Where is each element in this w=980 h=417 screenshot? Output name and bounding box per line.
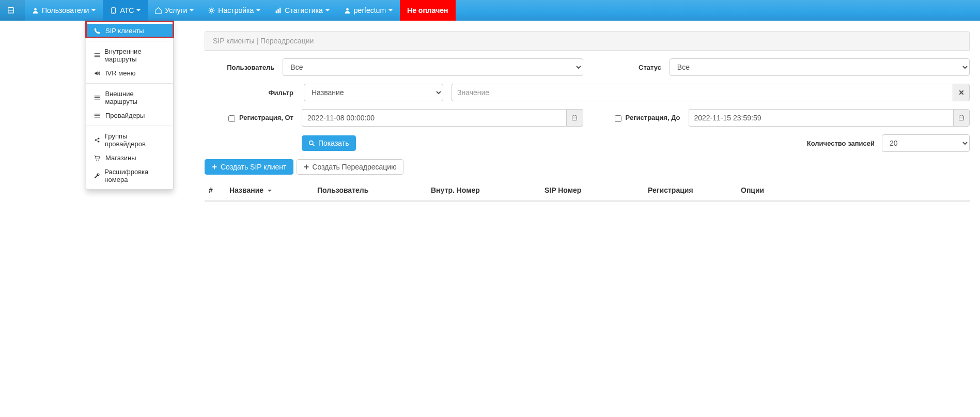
col-registration[interactable]: Регистрация bbox=[644, 182, 737, 201]
phone-icon bbox=[94, 28, 101, 34]
reg-from-input[interactable] bbox=[302, 109, 566, 127]
status-label: Статус bbox=[592, 64, 663, 71]
filter-value-input[interactable] bbox=[452, 84, 953, 101]
nav-services-label: Услуги bbox=[165, 6, 187, 14]
reg-from-checkbox[interactable] bbox=[228, 115, 235, 122]
nav-home-icon[interactable] bbox=[0, 0, 25, 21]
reg-to-label: Регистрация, До bbox=[592, 114, 682, 121]
main-panel: SIP клиенты | Переадресации Пользователь… bbox=[205, 31, 970, 209]
status-select[interactable]: Все bbox=[670, 58, 970, 76]
reg-to-calendar-button[interactable] bbox=[953, 109, 970, 127]
nav-users[interactable]: Пользователи bbox=[25, 0, 103, 21]
caret-down-icon bbox=[136, 9, 141, 11]
records-label: Количество записей bbox=[807, 140, 875, 147]
svg-rect-13 bbox=[95, 96, 100, 96]
records-select[interactable]: 20 bbox=[882, 134, 970, 152]
dd-sip-clients-label: SIP клиенты bbox=[105, 27, 144, 35]
nav-unpaid[interactable]: Не оплачен bbox=[400, 0, 456, 21]
nav-services[interactable]: Услуги bbox=[148, 0, 201, 21]
dropdown-separator bbox=[86, 83, 173, 84]
dd-providers[interactable]: Провайдеры bbox=[86, 109, 173, 122]
nav-unpaid-label: Не оплачен bbox=[407, 6, 448, 14]
breadcrumb-redirections[interactable]: Переадресации bbox=[260, 37, 314, 45]
svg-rect-12 bbox=[95, 56, 100, 57]
svg-point-21 bbox=[98, 141, 100, 143]
clear-filter-button[interactable] bbox=[953, 84, 970, 101]
svg-point-24 bbox=[96, 159, 97, 160]
dd-sip-clients[interactable]: SIP клиенты bbox=[86, 24, 173, 38]
sort-caret-icon bbox=[268, 190, 272, 192]
dd-number-decode[interactable]: Расшифровка номера bbox=[86, 165, 173, 187]
dropdown-separator bbox=[86, 41, 173, 41]
reg-to-input[interactable] bbox=[689, 109, 953, 127]
dd-provider-groups[interactable]: Группы провайдеров bbox=[86, 129, 173, 151]
table-header-row: # Название Пользователь Внутр. Номер SIP… bbox=[205, 182, 970, 201]
show-button[interactable]: Показать bbox=[302, 135, 356, 151]
reg-to-checkbox[interactable] bbox=[615, 115, 621, 122]
reg-from-label: Регистрация, От bbox=[205, 114, 295, 121]
svg-point-36 bbox=[309, 141, 313, 144]
nav-settings[interactable]: Настройка bbox=[201, 0, 268, 21]
user-select[interactable]: Все bbox=[283, 58, 583, 76]
wrench-icon bbox=[94, 173, 100, 179]
sip-clients-table: # Название Пользователь Внутр. Номер SIP… bbox=[205, 182, 970, 202]
svg-rect-14 bbox=[95, 97, 100, 98]
breadcrumb-sip[interactable]: SIP клиенты bbox=[213, 37, 254, 45]
svg-point-20 bbox=[98, 138, 100, 140]
col-name[interactable]: Название bbox=[225, 182, 313, 201]
dd-provider-groups-label: Группы провайдеров bbox=[105, 132, 165, 148]
svg-point-25 bbox=[98, 159, 99, 160]
svg-line-23 bbox=[96, 141, 98, 142]
svg-line-37 bbox=[313, 144, 314, 146]
reg-from-label-text: Регистрация, От bbox=[239, 114, 293, 121]
caret-down-icon bbox=[325, 9, 330, 11]
calendar-icon bbox=[571, 115, 578, 121]
nav-user-account[interactable]: perfectum bbox=[337, 0, 400, 21]
col-int-number[interactable]: Внутр. Номер bbox=[427, 182, 540, 201]
col-user[interactable]: Пользователь bbox=[313, 182, 427, 201]
col-num[interactable]: # bbox=[205, 182, 225, 201]
breadcrumb: SIP клиенты | Переадресации bbox=[205, 31, 970, 51]
dd-internal-routes[interactable]: Внутренние маршруты bbox=[86, 44, 173, 66]
dd-ivr-menu[interactable]: IVR меню bbox=[86, 66, 173, 80]
filter-by-select[interactable]: Название bbox=[304, 84, 443, 101]
home-icon bbox=[7, 7, 14, 14]
dd-shops-label: Магазины bbox=[105, 154, 136, 162]
svg-rect-8 bbox=[279, 7, 281, 13]
nav-statistics-label: Статистика bbox=[285, 6, 323, 14]
close-icon bbox=[958, 89, 965, 96]
reg-from-calendar-button[interactable] bbox=[566, 109, 583, 127]
svg-rect-18 bbox=[95, 117, 100, 117]
nav-atc[interactable]: АТС bbox=[103, 0, 148, 21]
dd-external-routes[interactable]: Внешние маршруты bbox=[86, 87, 173, 109]
nav-statistics[interactable]: Статистика bbox=[268, 0, 337, 21]
dd-shops[interactable]: Магазины bbox=[86, 151, 173, 165]
col-options[interactable]: Опции bbox=[737, 182, 970, 201]
dropdown-separator bbox=[86, 126, 173, 126]
show-button-label: Показать bbox=[318, 139, 349, 147]
list-icon bbox=[94, 113, 101, 119]
tag-icon bbox=[155, 7, 162, 14]
create-redirect-button[interactable]: Создать Переадресацию bbox=[297, 159, 403, 175]
plus-icon bbox=[303, 164, 309, 170]
svg-point-9 bbox=[346, 8, 349, 10]
search-icon bbox=[308, 140, 315, 147]
svg-rect-7 bbox=[278, 9, 279, 13]
user-icon bbox=[32, 7, 39, 14]
reg-to-label-text: Регистрация, До bbox=[626, 114, 680, 121]
share-icon bbox=[94, 137, 101, 143]
create-redirect-label: Создать Переадресацию bbox=[313, 163, 397, 171]
dd-providers-label: Провайдеры bbox=[105, 112, 145, 119]
svg-rect-6 bbox=[276, 10, 277, 13]
user-label: Пользователь bbox=[205, 64, 276, 71]
dd-external-routes-label: Внешние маршруты bbox=[105, 90, 165, 105]
filter-label: Фильтр bbox=[205, 89, 295, 97]
create-sip-button[interactable]: Создать SIP клиент bbox=[205, 159, 293, 175]
nav-users-label: Пользователи bbox=[42, 6, 89, 14]
svg-point-2 bbox=[34, 8, 37, 10]
svg-rect-28 bbox=[572, 116, 577, 120]
caret-down-icon bbox=[190, 9, 194, 11]
calendar-icon bbox=[958, 115, 965, 121]
col-sip-number[interactable]: SIP Номер bbox=[540, 182, 644, 201]
cart-icon bbox=[94, 155, 101, 161]
